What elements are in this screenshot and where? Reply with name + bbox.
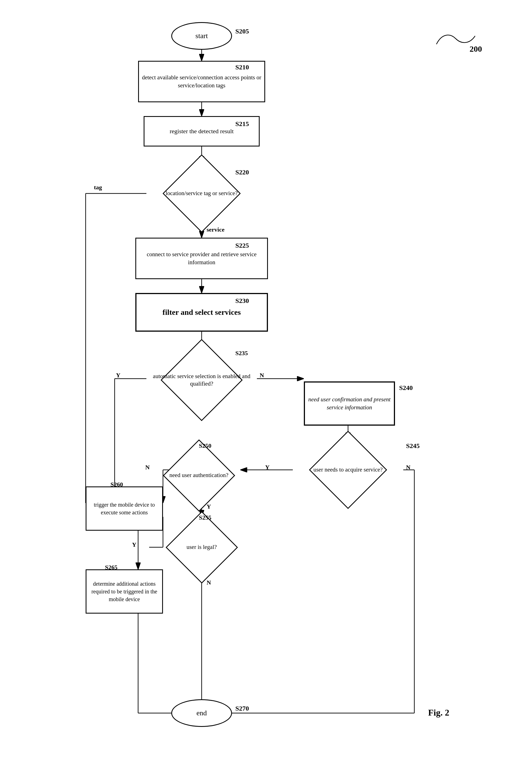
start-label: start <box>196 32 208 40</box>
step-S220: S220 <box>235 169 249 176</box>
N-S235-label: N <box>260 372 264 379</box>
step-S210-text: detect available service/connection acce… <box>141 74 262 90</box>
Y-S245-label: Y <box>265 464 270 471</box>
Y-S235-label: Y <box>116 372 120 379</box>
step-S240-text: need user confirmation and present servi… <box>307 396 392 412</box>
step-S205: S205 <box>235 28 249 35</box>
step-S245: S245 <box>406 442 420 450</box>
step-S215: S215 <box>235 120 249 128</box>
step-S225: S225 <box>235 242 249 249</box>
step-S225-text: connect to service provider and retrieve… <box>138 251 265 267</box>
step-S230: S230 <box>235 297 249 305</box>
N-S245-label: N <box>406 464 411 471</box>
step-S260-box: trigger the mobile device to execute som… <box>86 487 163 531</box>
step-S255-wrapper: user is legal? <box>158 517 246 578</box>
step-S210: S210 <box>235 64 249 71</box>
start-oval: start <box>171 22 232 50</box>
tag-branch-label: tag <box>94 184 102 191</box>
arrows-svg <box>0 0 532 762</box>
N-S255-label: N <box>207 579 211 586</box>
diagram-container: start S205 detect available service/conn… <box>0 0 532 762</box>
step-S250: S250 <box>199 442 211 449</box>
Y-S255-label: Y <box>132 541 136 548</box>
end-oval: end <box>171 699 232 727</box>
step-S260-text: trigger the mobile device to execute som… <box>89 501 160 516</box>
step-S265-text: determine additional actions required to… <box>89 580 160 603</box>
ref-wave <box>431 28 481 50</box>
step-S270: S270 <box>235 705 249 712</box>
step-S240-box: need user confirmation and present servi… <box>304 381 395 425</box>
step-S260: S260 <box>110 481 123 488</box>
step-S265-box: determine additional actions required to… <box>86 570 163 614</box>
step-S255: S255 <box>199 514 211 521</box>
N-S250-label: N <box>145 464 150 471</box>
step-S235: S235 <box>235 349 248 357</box>
step-S240: S240 <box>399 384 413 392</box>
step-S230-text: filter and select services <box>163 307 240 317</box>
step-S250-wrapper: need user authentication? <box>158 448 240 503</box>
step-S245-wrapper: user needs to acquire service? <box>293 439 403 500</box>
step-S235-wrapper: automatic service selection is enabled a… <box>146 348 257 412</box>
service-branch-label: service <box>207 226 225 233</box>
fig-label: Fig. 2 <box>428 708 449 718</box>
end-label: end <box>196 709 207 717</box>
step-S265: S265 <box>105 564 117 571</box>
step-S215-text: register the detected result <box>169 128 234 135</box>
Y-S250-label: Y <box>207 503 211 510</box>
